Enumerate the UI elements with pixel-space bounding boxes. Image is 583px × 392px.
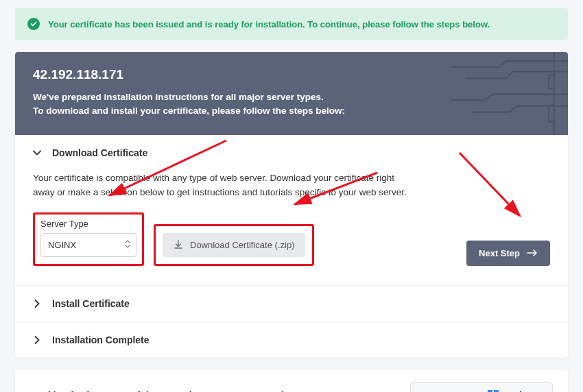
server-type-group: Server Type NGINX [33, 212, 144, 266]
next-step-button[interactable]: Next Step [466, 241, 550, 266]
promo-panel: Looking for free, powerful SEO tools? Tr… [15, 370, 568, 392]
accordion-body-download: Your certificate is compatible with any … [15, 171, 568, 285]
accordion-title-complete: Installation Complete [52, 334, 150, 345]
header-decoration [451, 52, 568, 135]
check-circle-icon [27, 18, 40, 30]
chevron-right-icon [33, 336, 41, 344]
accordion-complete: Installation Complete [15, 322, 568, 358]
alert-message: Your certificate has been issued and is … [48, 19, 490, 29]
accordion-install: Install Certificate [15, 286, 568, 322]
download-certificate-button[interactable]: Download Certificate (.zip) [163, 233, 305, 257]
header-line-1: We've prepared installation instructions… [33, 92, 324, 102]
accordion-header-download[interactable]: Download Certificate [15, 135, 568, 171]
server-type-label: Server Type [40, 219, 136, 229]
accordion-download: Download Certificate Your certificate is… [15, 135, 568, 286]
controls-row: Server Type NGINX [33, 212, 550, 266]
server-type-select[interactable]: NGINX [40, 233, 136, 257]
next-step-label: Next Step [479, 248, 520, 258]
accordion-title-install: Install Certificate [52, 298, 130, 309]
success-alert: Your certificate has been issued and is … [15, 8, 568, 40]
accordion-title-download: Download Certificate [52, 147, 147, 158]
accordion-header-complete[interactable]: Installation Complete [15, 322, 568, 358]
arrow-right-icon [527, 249, 538, 256]
accordion-header-install[interactable]: Install Certificate [15, 286, 568, 321]
header-line-2: To download and install your certificate… [33, 106, 345, 116]
chevron-right-icon [33, 299, 41, 308]
panel-header: 42.192.118.171 We've prepared installati… [15, 52, 568, 135]
download-description: Your certificate is compatible with any … [33, 171, 417, 200]
chevron-down-icon [33, 149, 41, 157]
download-icon [174, 240, 183, 249]
download-button-label: Download Certificate (.zip) [190, 240, 294, 250]
promo-button[interactable]: Try our product seobase [410, 382, 553, 392]
main-panel: 42.192.118.171 We've prepared installati… [15, 52, 568, 358]
download-box: Download Certificate (.zip) [154, 224, 314, 266]
